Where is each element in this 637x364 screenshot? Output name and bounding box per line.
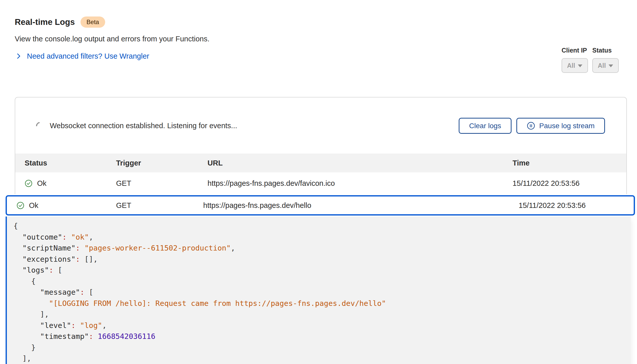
advanced-filters-link[interactable]: Need advanced filters? Use Wrangler	[15, 52, 149, 60]
chevron-right-icon	[15, 52, 22, 60]
row-status-cell: Ok	[15, 179, 116, 188]
advanced-filters-link-label: Need advanced filters? Use Wrangler	[27, 52, 149, 60]
table-row-selected[interactable]: Ok GET https://pages-fns.pages.dev/hello…	[6, 195, 635, 216]
row-trigger: GET	[116, 179, 208, 188]
row-trigger: GET	[116, 201, 203, 210]
pause-circle-icon	[527, 122, 535, 130]
clear-logs-label: Clear logs	[469, 122, 501, 130]
status-label: Status	[592, 47, 619, 54]
row-time: 15/11/2022 20:53:56	[519, 201, 634, 210]
expanded-log-entry: Ok GET https://pages-fns.pages.dev/hello…	[6, 195, 635, 364]
row-url: https://pages-fns.pages.dev/favicon.ico	[208, 179, 513, 188]
client-ip-label: Client IP	[562, 47, 588, 54]
logs-toolbar: Websocket connection established. Listen…	[15, 97, 626, 154]
page-title: Real-time Logs	[15, 16, 75, 28]
page-header: Real-time Logs Beta View the console.log…	[0, 0, 637, 60]
client-ip-dropdown-value: All	[567, 62, 575, 69]
beta-badge: Beta	[81, 16, 105, 28]
websocket-status: Websocket connection established. Listen…	[36, 122, 237, 130]
row-status-cell: Ok	[7, 201, 116, 210]
caret-down-icon	[609, 64, 613, 67]
row-time: 15/11/2022 20:53:56	[513, 179, 626, 188]
filter-status: Status All	[592, 47, 619, 73]
page-subtitle: View the console.log output and errors f…	[15, 35, 637, 43]
realtime-logs-page: Real-time Logs Beta View the console.log…	[0, 0, 637, 364]
title-row: Real-time Logs Beta	[15, 0, 637, 28]
check-circle-icon	[25, 179, 33, 187]
column-time: Time	[513, 159, 626, 167]
websocket-status-text: Websocket connection established. Listen…	[50, 122, 237, 130]
table-header: Status Trigger URL Time	[15, 154, 626, 172]
status-dropdown[interactable]: All	[592, 58, 619, 73]
column-status: Status	[15, 159, 116, 167]
caret-down-icon	[578, 64, 582, 67]
column-url: URL	[208, 159, 513, 167]
clear-logs-button[interactable]: Clear logs	[459, 118, 512, 134]
logs-card: Websocket connection established. Listen…	[15, 97, 627, 194]
row-status: Ok	[37, 179, 46, 188]
filter-client-ip: Client IP All	[562, 47, 588, 73]
log-json: { "outcome": "ok", "scriptName": "pages-…	[13, 221, 631, 364]
pause-log-stream-label: Pause log stream	[539, 122, 595, 130]
pause-log-stream-button[interactable]: Pause log stream	[516, 118, 605, 134]
table-row[interactable]: Ok GET https://pages-fns.pages.dev/favic…	[15, 172, 626, 194]
column-trigger: Trigger	[116, 159, 208, 167]
filters: Client IP All Status All	[562, 47, 619, 73]
client-ip-dropdown[interactable]: All	[562, 58, 588, 73]
row-status: Ok	[29, 201, 38, 210]
toolbar-actions: Clear logs Pause log stream	[459, 118, 605, 134]
log-detail-panel: { "outcome": "ok", "scriptName": "pages-…	[6, 217, 631, 364]
row-url: https://pages-fns.pages.dev/hello	[203, 201, 519, 210]
check-circle-icon	[17, 202, 24, 209]
status-dropdown-value: All	[598, 62, 606, 69]
spinner-icon	[35, 120, 45, 131]
